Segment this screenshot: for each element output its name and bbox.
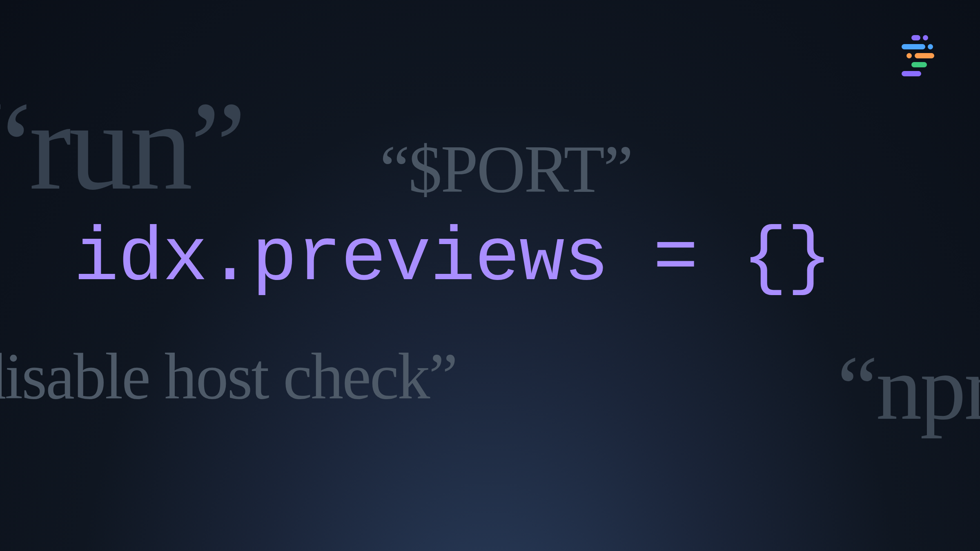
svg-rect-1 <box>923 35 928 40</box>
svg-rect-4 <box>906 53 912 58</box>
svg-rect-6 <box>911 62 927 67</box>
background-text-port: “$PORT” <box>380 131 632 212</box>
background-text-npm: “npm <box>837 335 980 447</box>
background-text-disable-host-check: disable host check” <box>0 339 457 418</box>
idx-logo-icon <box>894 33 939 78</box>
main-code-text: idx.previews = {} <box>74 216 831 302</box>
svg-rect-2 <box>902 44 925 49</box>
svg-rect-3 <box>928 44 933 49</box>
svg-rect-0 <box>911 35 920 40</box>
background-text-run: “run” <box>0 73 244 227</box>
svg-rect-7 <box>902 71 921 76</box>
svg-rect-5 <box>915 53 934 58</box>
